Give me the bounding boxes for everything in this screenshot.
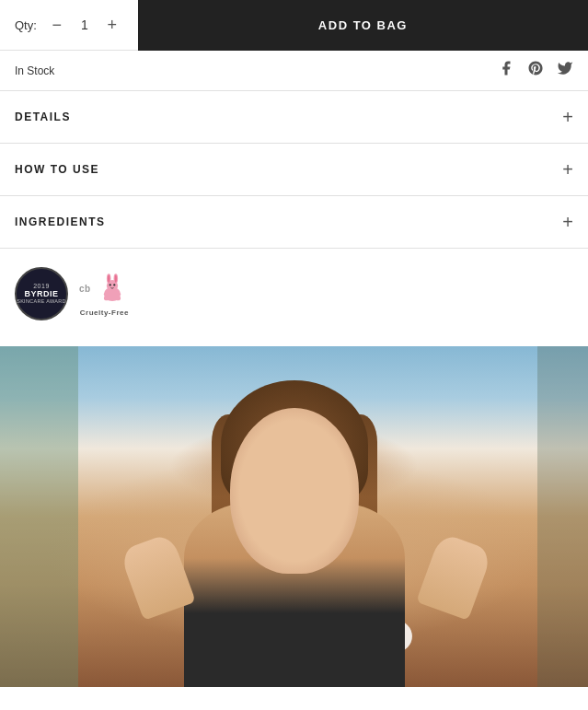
details-label: DETAILS (15, 111, 71, 123)
how-to-use-accordion[interactable]: HOW TO USE + (0, 144, 588, 196)
details-expand-icon: + (562, 108, 573, 126)
side-bar-right (537, 346, 588, 687)
qty-label: Qty: (15, 18, 37, 32)
details-accordion[interactable]: DETAILS + (0, 91, 588, 144)
how-to-use-label: HOW TO USE (15, 163, 99, 176)
qty-value: 1 (77, 17, 92, 32)
ingredients-accordion[interactable]: INGREDIENTS + (0, 196, 588, 249)
byrdie-year: 2019 (33, 283, 50, 289)
twitter-icon[interactable] (557, 60, 573, 81)
rabbit-icon (95, 272, 130, 307)
cruelty-free-text: Cruelty-Free (80, 308, 129, 317)
photo-face (230, 408, 359, 574)
in-stock-label: In Stock (15, 64, 54, 77)
badges-row: 2019 BYRDIE SKINCARE AWARD cb (0, 249, 588, 339)
qty-decrease-button[interactable]: − (46, 14, 68, 36)
svg-point-8 (104, 296, 110, 300)
byrdie-brand: BYRDIE (24, 289, 58, 299)
facebook-icon[interactable] (498, 60, 514, 81)
byrdie-award: SKINCARE AWARD (17, 298, 66, 305)
pinterest-icon[interactable] (527, 60, 544, 81)
svg-point-5 (114, 274, 116, 282)
svg-point-6 (109, 284, 110, 285)
svg-point-4 (108, 274, 110, 282)
ingredients-expand-icon: + (562, 213, 573, 231)
qty-section: Qty: − 1 + (0, 14, 138, 36)
add-to-bag-button[interactable]: ADD TO BAG (138, 0, 588, 51)
video-section: 😉 happy + hydrated skin (0, 346, 588, 687)
side-bar-left (0, 346, 78, 687)
ingredients-label: INGREDIENTS (15, 215, 106, 228)
social-icons (498, 60, 573, 81)
cruelty-free-badge: cb Cruelty-Free (79, 272, 130, 317)
qty-increase-button[interactable]: + (101, 14, 123, 36)
leaping-bunny-text: cb (79, 284, 91, 294)
byrdie-badge: 2019 BYRDIE SKINCARE AWARD (15, 267, 68, 320)
svg-point-7 (113, 284, 115, 285)
top-bar: Qty: − 1 + ADD TO BAG (0, 0, 588, 51)
how-to-use-expand-icon: + (562, 160, 573, 179)
svg-point-9 (115, 296, 121, 300)
stock-social-row: In Stock (0, 51, 588, 91)
